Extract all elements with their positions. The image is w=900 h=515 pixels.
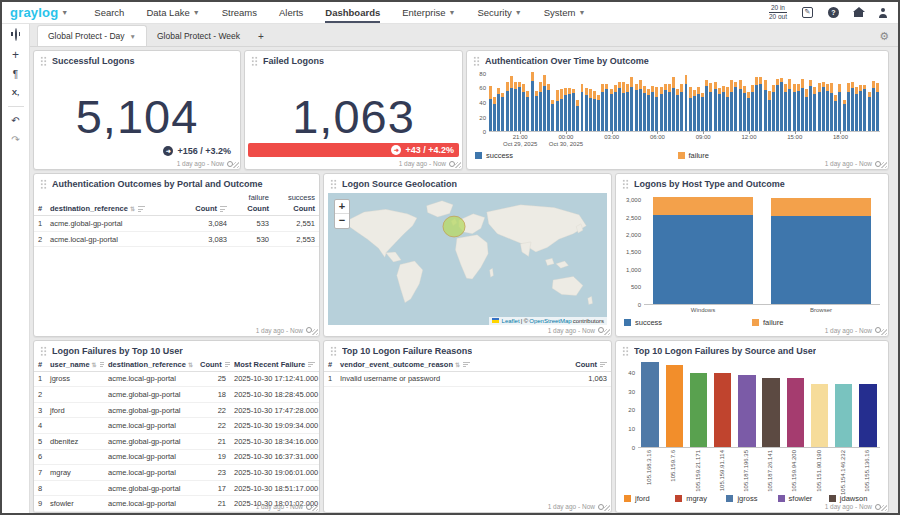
resize-handle[interactable] bbox=[312, 505, 318, 511]
column-header-success-count[interactable]: Count bbox=[273, 202, 319, 216]
legend-item-jford[interactable]: jford bbox=[624, 494, 675, 503]
column-header-num[interactable]: # bbox=[324, 358, 336, 372]
scratchpad-icon[interactable]: ✎ bbox=[802, 7, 813, 18]
nav-item-dashboards[interactable]: Dashboards bbox=[325, 2, 380, 23]
tab-global-protect-week[interactable]: Global Protect - Week bbox=[147, 26, 250, 46]
fields-icon[interactable]: X, bbox=[12, 89, 20, 97]
logo-caret-icon[interactable]: ▼ bbox=[61, 9, 68, 16]
resize-handle[interactable] bbox=[604, 505, 610, 511]
sort-order-icon[interactable] bbox=[100, 362, 104, 368]
redo-icon[interactable]: ↷ bbox=[11, 135, 19, 145]
failure-segment bbox=[560, 89, 563, 98]
gear-icon[interactable]: ⚙ bbox=[879, 30, 889, 46]
table-row: 8acme.global-gp-portal172025-10-30 18:51… bbox=[34, 480, 319, 496]
time-bar bbox=[797, 84, 800, 132]
resize-handle[interactable] bbox=[312, 329, 318, 335]
drag-handle-icon[interactable] bbox=[330, 179, 337, 189]
legend-item-sfowler[interactable]: sfowler bbox=[778, 494, 829, 503]
nav-item-alerts[interactable]: Alerts bbox=[279, 2, 303, 23]
nav-item-streams[interactable]: Streams bbox=[222, 2, 257, 23]
column-header-user[interactable]: user_name⇅ bbox=[46, 358, 104, 372]
drag-handle-icon[interactable] bbox=[622, 346, 629, 356]
time-bar bbox=[576, 100, 579, 131]
legend-item-jdawson[interactable]: jdawson bbox=[829, 494, 880, 503]
nav-item-security[interactable]: Security▼ bbox=[477, 2, 521, 23]
drag-handle-icon[interactable] bbox=[40, 346, 47, 356]
sort-icon[interactable]: ⇅ bbox=[455, 362, 460, 368]
resize-handle[interactable] bbox=[604, 329, 610, 335]
format-icon[interactable]: ¶ bbox=[13, 70, 18, 80]
time-bar bbox=[639, 80, 642, 131]
legend-item-mgray[interactable]: mgray bbox=[675, 494, 726, 503]
nav-item-enterprise[interactable]: Enterprise▼ bbox=[402, 2, 455, 23]
resize-handle[interactable] bbox=[881, 329, 887, 335]
column-header-failure-count[interactable]: Count bbox=[231, 202, 273, 216]
add-tab-button[interactable]: + bbox=[250, 27, 272, 46]
y-tick-label: 1,000 bbox=[626, 267, 641, 273]
legend-item-jgross[interactable]: jgross bbox=[726, 494, 777, 503]
sort-order-icon[interactable] bbox=[463, 362, 470, 368]
drag-handle-icon[interactable] bbox=[330, 346, 337, 356]
tab-caret-icon[interactable]: ▼ bbox=[130, 33, 136, 40]
nav-item-system[interactable]: System▼ bbox=[544, 2, 586, 23]
home-icon[interactable] bbox=[854, 8, 863, 17]
column-header-count[interactable]: Count bbox=[196, 358, 230, 372]
legend-item-failure[interactable]: failure bbox=[678, 151, 881, 160]
drag-handle-icon[interactable] bbox=[40, 179, 47, 189]
success-segment bbox=[585, 95, 588, 131]
cell-recent: 2025-10-30 19:06:01.000 bbox=[230, 465, 319, 481]
success-segment bbox=[518, 87, 521, 132]
sidebar-toggle-icon[interactable] bbox=[15, 30, 17, 40]
user-menu-icon[interactable] bbox=[878, 8, 888, 18]
undo-icon[interactable]: ↶ bbox=[11, 116, 19, 126]
success-segment bbox=[622, 93, 625, 131]
cell-num: 9 bbox=[34, 496, 46, 512]
column-header-count[interactable]: Count bbox=[179, 202, 231, 216]
sort-order-icon[interactable] bbox=[600, 362, 607, 368]
sort-order-icon[interactable] bbox=[138, 206, 145, 212]
column-header-count[interactable]: Count bbox=[561, 358, 611, 372]
sort-order-icon[interactable] bbox=[225, 362, 230, 368]
nav-item-data-lake[interactable]: Data Lake▼ bbox=[146, 2, 199, 23]
time-bar bbox=[859, 85, 862, 131]
drag-handle-icon[interactable] bbox=[473, 56, 480, 66]
graylog-logo[interactable]: graylog bbox=[10, 5, 58, 20]
column-header-recent[interactable]: Most Recent Failure bbox=[230, 358, 319, 372]
legend-item-success[interactable]: success bbox=[624, 318, 752, 327]
sort-icon[interactable]: ⇅ bbox=[92, 362, 97, 368]
resize-handle[interactable] bbox=[455, 162, 461, 168]
sort-order-icon[interactable] bbox=[308, 362, 315, 368]
cell-destination: acme.global-gp-portal bbox=[104, 402, 196, 418]
cell-destination: acme.local-gp-portal bbox=[104, 465, 196, 481]
column-header-num[interactable]: # bbox=[34, 358, 46, 372]
resize-handle[interactable] bbox=[881, 162, 887, 168]
success-segment bbox=[709, 92, 712, 132]
drag-handle-icon[interactable] bbox=[622, 179, 629, 189]
sort-icon[interactable]: ⇅ bbox=[130, 206, 135, 212]
zoom-out-button[interactable]: − bbox=[335, 214, 349, 228]
cell-destination: acme.global-gp-portal bbox=[104, 434, 196, 450]
create-icon[interactable]: + bbox=[12, 49, 19, 61]
column-header-num[interactable]: # bbox=[34, 202, 46, 216]
legend-item-failure[interactable]: failure bbox=[752, 318, 880, 327]
column-header-ref[interactable]: destination_reference⇅ bbox=[46, 202, 179, 216]
sort-icon[interactable]: ⇅ bbox=[188, 362, 193, 368]
nav-item-search[interactable]: Search bbox=[94, 2, 124, 23]
osm-link[interactable]: OpenStreetMap bbox=[529, 318, 571, 324]
leaflet-link[interactable]: Leaflet bbox=[502, 318, 520, 324]
resize-handle[interactable] bbox=[881, 505, 887, 511]
resize-handle[interactable] bbox=[233, 162, 239, 168]
y-tick-label: 1,500 bbox=[626, 249, 641, 255]
legend-item-success[interactable]: success bbox=[475, 151, 678, 160]
cell-success-count: 2,551 bbox=[273, 216, 319, 232]
leaflet-map[interactable]: + − bbox=[328, 193, 607, 324]
time-bar bbox=[526, 91, 529, 131]
throughput-indicator[interactable]: 20 in 20 out bbox=[769, 4, 787, 21]
tab-global-protect-day[interactable]: Global Protect - Day ▼ bbox=[37, 25, 147, 46]
zoom-in-button[interactable]: + bbox=[335, 200, 349, 214]
sort-order-icon[interactable] bbox=[220, 206, 227, 212]
help-icon[interactable]: ? bbox=[828, 7, 839, 18]
y-tick-label: 60 bbox=[479, 85, 486, 91]
column-header-reason[interactable]: vendor_event_outcome_reason⇅ bbox=[336, 358, 561, 372]
column-header-ref[interactable]: destination_reference⇅ bbox=[104, 358, 196, 372]
